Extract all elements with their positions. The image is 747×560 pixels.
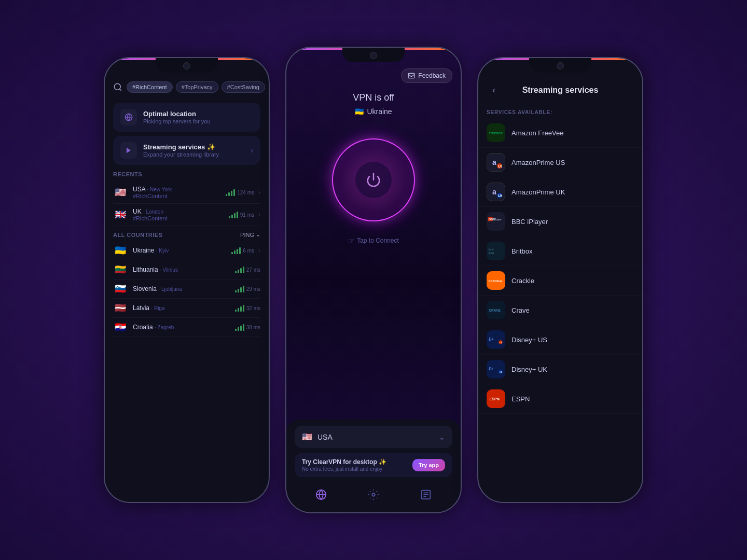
- croatia-flag: 🇭🇷: [113, 322, 128, 332]
- tap-connect-label: ☞ Tap to Connect: [348, 236, 399, 245]
- ukraine-row-arrow: ›: [258, 247, 260, 254]
- services-available-label: SERVICES AVAILABLE:: [478, 104, 642, 118]
- britbox-name: Britbox: [511, 247, 532, 255]
- tag-cost-saving[interactable]: #CostSaving: [222, 81, 265, 93]
- phone-1: #RichContent #TopPrivacy #CostSaving Opt…: [104, 57, 270, 503]
- service-crackle[interactable]: CRACKLE Crackle: [478, 266, 642, 296]
- amazon-prime-uk-name: AmazonPrime UK: [511, 188, 565, 196]
- search-icon[interactable]: [113, 79, 122, 95]
- top-gradient-bar-2: [286, 48, 461, 50]
- search-bar: #RichContent #TopPrivacy #CostSaving: [113, 79, 260, 95]
- slovenia-flag: 🇸🇮: [113, 284, 128, 294]
- bottom-section: 🇺🇸 USA ⌄ Try ClearVPN for desktop ✨ No e…: [286, 419, 461, 512]
- country-croatia[interactable]: 🇭🇷 Croatia · Zagreb 38 ms: [113, 318, 260, 337]
- svg-text:freevee: freevee: [489, 131, 503, 135]
- svg-text:D+: D+: [488, 367, 493, 371]
- slovenia-ping: 29 ms: [235, 285, 260, 292]
- svg-text:CRACKLE: CRACKLE: [489, 279, 503, 283]
- service-britbox[interactable]: brit box Britbox: [478, 236, 642, 266]
- optimal-location-text: Optimal location Picking top servers for…: [143, 110, 211, 124]
- croatia-ping: 38 ms: [235, 324, 260, 331]
- ping-sort[interactable]: PING ⌄: [240, 231, 260, 238]
- tag-rich-content[interactable]: #RichContent: [127, 81, 173, 93]
- power-icon[interactable]: [355, 162, 392, 198]
- all-countries-label: ALL COUNTRIES: [113, 232, 163, 238]
- usa-tag: #RichContent: [133, 193, 172, 199]
- service-disney-uk[interactable]: D+ UK Disney+ UK: [478, 355, 642, 384]
- lithuania-signal-bars: [235, 266, 244, 273]
- tag-top-privacy[interactable]: #TopPrivacy: [176, 81, 218, 93]
- lithuania-ping: 27 ms: [235, 266, 260, 273]
- uk-ping-value: 91 ms: [240, 212, 254, 218]
- latvia-ping: 32 ms: [235, 304, 260, 312]
- streaming-title: Streaming services: [506, 86, 614, 95]
- vpn-status-text: VPN is off: [286, 92, 461, 103]
- usa-ping: 124 ms ›: [226, 189, 260, 196]
- latvia-flag: 🇱🇻: [113, 303, 128, 313]
- service-amazon-prime-uk[interactable]: a UK AmazonPrime UK: [478, 177, 642, 207]
- service-espn[interactable]: ESPN ESPN: [478, 384, 642, 414]
- latvia-ping-value: 32 ms: [246, 305, 260, 311]
- svg-text:D+: D+: [488, 338, 493, 342]
- service-amazon-prime-us[interactable]: a US AmazonPrime US: [478, 148, 642, 177]
- disney-uk-logo: D+ UK: [487, 360, 505, 379]
- bbc-iplayer-logo: BBC iPlayer: [487, 212, 505, 231]
- streaming-services-text: Streaming services ✨ Expand your streami…: [143, 143, 219, 158]
- ukraine-signal-bars: [231, 247, 241, 254]
- uk-signal-bars: [229, 211, 238, 218]
- streaming-services-card[interactable]: Streaming services ✨ Expand your streami…: [113, 136, 260, 165]
- optimal-location-card[interactable]: Optimal location Picking top servers for…: [113, 103, 260, 132]
- svg-text:a: a: [492, 188, 496, 196]
- streaming-header: ‹ Streaming services: [478, 77, 642, 104]
- freevee-name: Amazon FreeVee: [511, 129, 563, 137]
- tag-bar: #RichContent #TopPrivacy #CostSaving: [127, 81, 265, 93]
- nav-globe-icon[interactable]: [312, 485, 330, 504]
- current-country-name: Ukraine: [367, 107, 392, 116]
- promo-text: Try ClearVPN for desktop ✨ No extra fees…: [302, 458, 386, 472]
- usa-row-arrow: ›: [258, 189, 260, 196]
- svg-text:a: a: [492, 158, 496, 166]
- ukraine-ping-value: 6 ms: [243, 248, 254, 254]
- disney-us-logo: D+ US: [487, 330, 505, 349]
- play-icon: [120, 142, 137, 159]
- latvia-name: Latvia · Riga: [133, 304, 164, 312]
- croatia-signal-bars: [235, 324, 244, 331]
- ukraine-ping: 6 ms ›: [231, 247, 260, 254]
- country-selector[interactable]: 🇺🇸 USA ⌄: [295, 426, 452, 448]
- country-lithuania[interactable]: 🇱🇹 Lithuania · Vilnius 27 ms: [113, 260, 260, 279]
- latvia-signal-bars: [235, 304, 244, 312]
- sort-chevron-icon: ⌄: [256, 231, 260, 238]
- feedback-button[interactable]: Feedback: [401, 68, 452, 83]
- nav-list-icon[interactable]: [417, 485, 435, 504]
- svg-text:brit: brit: [489, 248, 493, 251]
- service-crave[interactable]: CRAVE Crave: [478, 296, 642, 325]
- try-app-button[interactable]: Try app: [412, 459, 445, 471]
- feedback-label: Feedback: [418, 72, 446, 79]
- country-ukraine[interactable]: 🇺🇦 Ukraine · Kyiv 6 ms ›: [113, 241, 260, 260]
- current-country-indicator: 🇺🇦 Ukraine: [286, 107, 461, 116]
- slovenia-ping-value: 29 ms: [246, 286, 260, 292]
- disney-us-name: Disney+ US: [511, 336, 547, 344]
- country-slovenia[interactable]: 🇸🇮 Slovenia · Ljubljana 29 ms: [113, 279, 260, 299]
- back-button[interactable]: ‹: [487, 83, 501, 97]
- uk-row-arrow: ›: [258, 211, 260, 218]
- service-disney-us[interactable]: D+ US Disney+ US: [478, 325, 642, 355]
- svg-text:UK: UK: [498, 194, 502, 198]
- promo-subtitle: No extra fees, just install and enjoy: [302, 466, 386, 472]
- top-gradient-bar: [105, 58, 269, 60]
- recent-uk[interactable]: 🇬🇧 UK · London #RichContent 91 ms ›: [113, 204, 260, 226]
- ukraine-flag-indicator: 🇺🇦: [355, 107, 364, 116]
- power-button-wrap[interactable]: ☞ Tap to Connect: [324, 131, 423, 229]
- lithuania-flag: 🇱🇹: [113, 264, 128, 275]
- service-amazon-freevee[interactable]: freevee Amazon FreeVee: [478, 118, 642, 148]
- selector-chevron-icon: ⌄: [439, 433, 445, 441]
- lithuania-ping-value: 27 ms: [246, 267, 260, 273]
- service-bbc-iplayer[interactable]: BBC iPlayer BBC iPlayer: [478, 207, 642, 236]
- nav-settings-icon[interactable]: [364, 485, 383, 504]
- phone2-content: Feedback VPN is off 🇺🇦 Ukraine: [286, 48, 461, 512]
- recent-usa[interactable]: 🇺🇸 USA · New York #RichContent 124 ms ›: [113, 181, 260, 204]
- country-latvia[interactable]: 🇱🇻 Latvia · Riga 32 ms: [113, 299, 260, 318]
- amazon-prime-us-name: AmazonPrime US: [511, 159, 565, 166]
- svg-rect-3: [408, 73, 414, 78]
- svg-text:iPlayer: iPlayer: [493, 218, 502, 221]
